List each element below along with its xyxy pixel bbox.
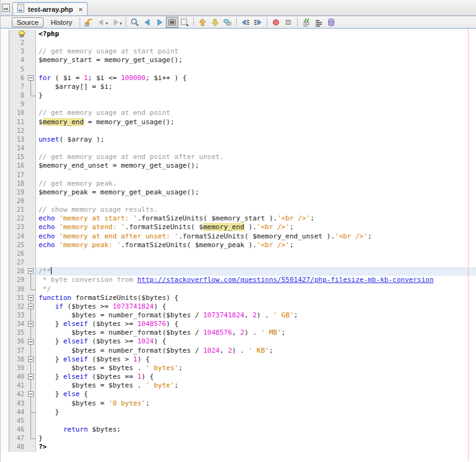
code-text[interactable] (36, 417, 476, 425)
code-line[interactable]: 7 $array[] = $i; (1, 83, 476, 91)
rectangular-selection-icon[interactable] (178, 17, 191, 28)
code-line[interactable]: 36 } elseif ($bytes >= 1024) { (1, 337, 476, 346)
code-text[interactable]: } (36, 434, 476, 443)
shift-line-right-icon[interactable] (252, 17, 264, 28)
code-line[interactable]: 8} (1, 91, 476, 100)
code-line[interactable]: 13unset( $array ); (1, 135, 476, 144)
code-line[interactable]: 23echo 'memory atend: '.formatSizeUnits(… (1, 223, 476, 232)
tab-test-array-php[interactable]: test-array.php × (12, 2, 88, 16)
code-text[interactable]: } else { (36, 390, 476, 399)
find-next-icon[interactable] (153, 17, 166, 28)
toggle-bookmark-icon[interactable] (221, 17, 234, 28)
fold-collapse-box[interactable] (28, 268, 34, 274)
code-text[interactable]: // show memory usage results. (36, 206, 476, 214)
code-text[interactable] (36, 197, 476, 206)
uncomment-icon[interactable] (313, 17, 325, 28)
code-line[interactable]: 24echo 'memory at end after unset: '.for… (1, 232, 476, 241)
minimize-editor-button[interactable] (2, 4, 10, 12)
find-previous-icon[interactable] (141, 17, 153, 28)
tab-close-icon[interactable]: × (79, 6, 83, 13)
code-text[interactable]: $bytes = '0 bytes'; (36, 399, 476, 408)
source-view-button[interactable]: Source (12, 17, 43, 27)
start-macro-recording-icon[interactable] (270, 17, 282, 28)
code-line[interactable]: 18// get memory peak. (1, 179, 476, 188)
code-line[interactable]: 30 */ (1, 285, 476, 294)
forward-dropdown-icon[interactable]: ▾ (120, 21, 122, 26)
database-icon[interactable] (325, 17, 337, 28)
code-line[interactable]: 17 (1, 171, 476, 179)
code-line[interactable]: 38 } elseif ($bytes > 1) { (1, 355, 476, 364)
shift-line-left-icon[interactable] (239, 17, 252, 28)
code-text[interactable]: function formatSizeUnits($bytes) { (36, 294, 476, 302)
code-text[interactable]: $memory_end = memory_get_usage(); (36, 118, 476, 127)
code-text[interactable]: if ($bytes >= 1073741824) { (36, 302, 476, 311)
fold-collapse-box[interactable] (28, 295, 34, 301)
code-line[interactable]: 34 } elseif ($bytes >= 1048576) { (1, 320, 476, 328)
code-text[interactable]: // get memory usage at start point (36, 47, 476, 56)
fold-collapse-box[interactable] (28, 304, 34, 309)
code-line[interactable]: 47} (1, 434, 476, 443)
code-text[interactable] (36, 250, 476, 258)
code-text[interactable]: $memory_peak = memory_get_peak_usage(); (36, 188, 476, 197)
code-line[interactable]: 44 } (1, 408, 476, 417)
code-text[interactable] (36, 258, 476, 267)
code-line[interactable]: 21// show memory usage results. (1, 206, 476, 214)
code-line[interactable]: 12 (1, 127, 476, 135)
code-text[interactable]: <?php (36, 30, 476, 38)
code-text[interactable]: // get memory peak. (36, 179, 476, 188)
code-text[interactable]: } elseif ($bytes == 1) { (36, 373, 476, 381)
code-line[interactable]: 10// get memory usage at end point (1, 109, 476, 117)
code-line[interactable]: 40 } elseif ($bytes == 1) { (1, 373, 476, 381)
code-text[interactable]: // get memory usage at end point (36, 109, 476, 117)
code-line[interactable]: 35 $bytes = number_format($bytes / 10485… (1, 328, 476, 337)
code-text[interactable]: */ (36, 285, 476, 294)
fold-collapse-box[interactable] (28, 391, 34, 397)
code-line[interactable]: 16$memory_end_unset = memory_get_usage()… (1, 161, 476, 170)
warning-lightbulb-icon[interactable] (18, 30, 24, 37)
code-line[interactable]: 20 (1, 197, 476, 206)
code-text[interactable] (36, 38, 476, 47)
code-line[interactable]: 11$memory_end = memory_get_usage(); (1, 118, 476, 127)
find-icon[interactable] (129, 17, 141, 28)
code-line[interactable]: 25echo 'memory peak: '.formatSizeUnits( … (1, 241, 476, 250)
code-line[interactable]: 4$memory_start = memory_get_usage(); (1, 56, 476, 65)
stop-macro-recording-icon[interactable] (282, 17, 295, 28)
code-line[interactable]: 26 (1, 250, 476, 258)
code-line[interactable]: 45 (1, 417, 476, 425)
code-text[interactable]: } elseif ($bytes > 1) { (36, 355, 476, 364)
code-line[interactable]: 15// get memory usage at end point after… (1, 153, 476, 161)
fold-collapse-box[interactable] (28, 75, 34, 81)
code-line[interactable]: 42 } else { (1, 390, 476, 399)
code-line[interactable]: 3// get memory usage at start point (1, 47, 476, 56)
fold-collapse-box[interactable] (28, 356, 34, 362)
code-text[interactable]: echo 'memory at start: '.formatSizeUnits… (36, 214, 476, 223)
code-text[interactable]: echo 'memory atend: '.formatSizeUnits( $… (36, 223, 476, 232)
code-text[interactable] (36, 171, 476, 179)
code-editor[interactable]: <?php23// get memory usage at start poin… (1, 29, 476, 461)
code-text[interactable]: $bytes = number_format($bytes / 10737418… (36, 311, 476, 320)
code-text[interactable]: $bytes = number_format($bytes / 1048576,… (36, 328, 476, 337)
code-text[interactable]: } (36, 91, 476, 100)
toggle-highlight-search-icon[interactable] (166, 17, 178, 28)
code-text[interactable] (36, 65, 476, 74)
code-text[interactable]: echo 'memory at end after unset: '.forma… (36, 232, 476, 241)
code-text[interactable]: * byte conversion from http://stackoverf… (36, 276, 476, 284)
code-text[interactable]: return $bytes; (36, 425, 476, 434)
code-line[interactable]: 48?> (1, 443, 476, 451)
history-view-button[interactable]: History (46, 17, 77, 27)
next-bookmark-icon[interactable] (209, 17, 221, 28)
code-text[interactable] (36, 100, 476, 109)
code-line[interactable]: 37 $bytes = number_format($bytes / 1024,… (1, 346, 476, 355)
code-text[interactable]: $bytes = number_format($bytes / 1024, 2)… (36, 346, 476, 355)
code-line[interactable]: 33 $bytes = number_format($bytes / 10737… (1, 311, 476, 320)
code-line[interactable]: 5 (1, 65, 476, 74)
code-text[interactable]: unset( $array ); (36, 135, 476, 144)
code-line[interactable]: 43 $bytes = '0 bytes'; (1, 399, 476, 408)
code-text[interactable]: /** (36, 267, 476, 276)
code-line[interactable]: 6for ( $i = 1; $i <= 100000; $i++ ) { (1, 74, 476, 83)
code-text[interactable]: echo 'memory peak: '.formatSizeUnits( $m… (36, 241, 476, 250)
code-line[interactable]: 28/** (1, 267, 476, 276)
code-text[interactable]: ?> (36, 443, 476, 451)
code-text[interactable]: $memory_end_unset = memory_get_usage(); (36, 161, 476, 170)
code-line[interactable]: 31function formatSizeUnits($bytes) { (1, 294, 476, 302)
